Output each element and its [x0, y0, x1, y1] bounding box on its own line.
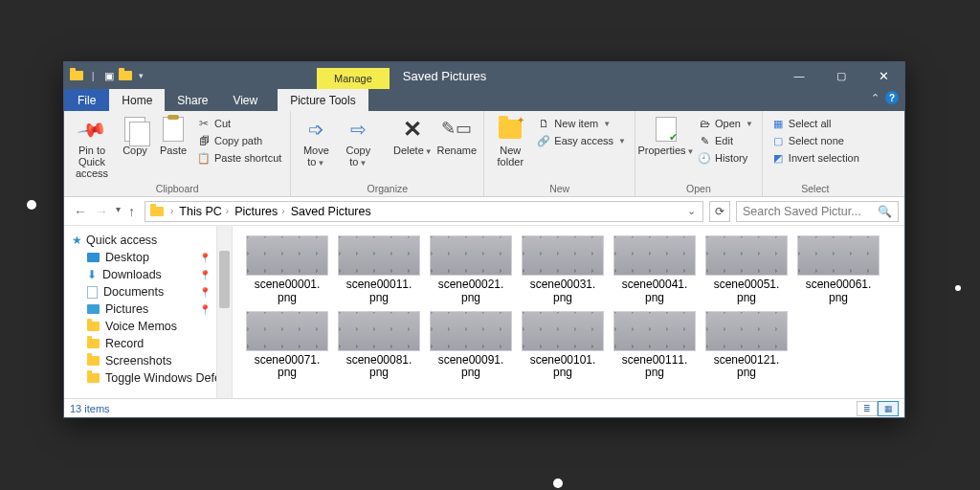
file-item[interactable]: scene00001.png	[244, 235, 330, 305]
easy-access-button[interactable]: 🔗Easy access▼	[534, 133, 629, 148]
refresh-button[interactable]: ⟳	[709, 201, 730, 222]
contextual-tab-group: Manage	[317, 62, 390, 89]
sidebar-item-desktop[interactable]: Desktop📍	[72, 249, 230, 266]
details-view-button[interactable]: ≣	[857, 401, 878, 416]
file-item[interactable]: scene00061.png	[795, 235, 881, 305]
chevron-right-icon[interactable]: ›	[170, 206, 173, 216]
file-item[interactable]: scene00091.png	[428, 311, 514, 381]
delete-button[interactable]: ✕ Delete▼	[393, 114, 432, 157]
tab-file[interactable]: File	[64, 89, 109, 111]
sidebar-item-toggle-defender[interactable]: Toggle Windows Defe	[72, 369, 230, 387]
file-item[interactable]: scene00081.png	[336, 311, 422, 381]
window-title: Saved Pictures	[390, 62, 778, 89]
edit-button[interactable]: ✎Edit	[695, 133, 756, 148]
file-item[interactable]: scene00021.png	[428, 235, 514, 305]
back-button[interactable]: ←	[74, 204, 87, 219]
folder-icon	[70, 68, 84, 83]
decor-dot	[553, 479, 563, 488]
paste-shortcut-button[interactable]: 📋Paste shortcut	[194, 150, 284, 166]
move-to-button[interactable]: ➩ Move to▼	[297, 114, 335, 168]
pictures-icon	[87, 304, 100, 314]
scrollbar-thumb[interactable]	[219, 251, 230, 308]
new-folder-icon	[499, 120, 522, 139]
search-icon: 🔍	[878, 205, 892, 218]
address-bar[interactable]: › This PC › Pictures › Saved Pictures ⌄	[145, 201, 703, 222]
forward-button[interactable]: →	[95, 204, 108, 219]
copy-to-icon: ⇨	[350, 119, 367, 140]
new-item-button[interactable]: 🗋New item▼	[534, 116, 629, 131]
chevron-right-icon[interactable]: ›	[226, 206, 229, 216]
ribbon-group-organize: ➩ Move to▼ ⇨ Copy to▼ ✕ Delete▼ ✎▭ Renam…	[291, 111, 484, 196]
scrollbar[interactable]	[216, 226, 232, 398]
ribbon-group-open: Properties▼ 🗁Open▼ ✎Edit 🕘History Open	[635, 111, 763, 196]
qat-dropdown-icon[interactable]: ▾	[134, 68, 148, 83]
pin-icon: 📌	[76, 114, 107, 145]
paste-label: Paste	[160, 145, 187, 156]
file-item[interactable]: scene00071.png	[244, 311, 330, 381]
file-item[interactable]: scene00051.png	[703, 235, 790, 305]
invert-selection-button[interactable]: ◩Invert selection	[768, 150, 862, 166]
thumbnails-view-button[interactable]: ▦	[878, 401, 899, 416]
paste-button[interactable]: Paste	[156, 114, 190, 156]
help-icon[interactable]: ?	[885, 91, 899, 104]
tab-view[interactable]: View	[220, 89, 270, 111]
tab-share[interactable]: Share	[165, 89, 220, 111]
collapse-ribbon-icon[interactable]: ⌃	[871, 92, 880, 104]
group-label-select: Select	[768, 183, 862, 196]
cut-button[interactable]: ✂Cut	[194, 116, 284, 131]
copy-to-button[interactable]: ⇨ Copy to▼	[339, 114, 377, 168]
sidebar-item-voice-memos[interactable]: Voice Memos	[72, 318, 230, 335]
chevron-right-icon[interactable]: ›	[281, 206, 284, 216]
folder-icon	[87, 373, 100, 383]
tab-picture-tools[interactable]: Picture Tools	[278, 89, 368, 111]
paste-icon	[163, 117, 184, 142]
select-all-button[interactable]: ▦Select all	[768, 116, 862, 131]
address-dropdown-icon[interactable]: ⌄	[687, 205, 696, 217]
select-none-icon: ▢	[771, 134, 785, 147]
properties-icon[interactable]: ▣	[102, 68, 117, 83]
recent-locations-button[interactable]: ▾	[116, 204, 121, 219]
ribbon-group-select: ▦Select all ▢Select none ◩Invert selecti…	[763, 111, 868, 196]
sidebar-item-record[interactable]: Record	[72, 335, 230, 352]
history-button[interactable]: 🕘History	[695, 150, 756, 166]
paste-shortcut-icon: 📋	[197, 151, 211, 165]
close-button[interactable]: ✕	[862, 62, 904, 89]
copy-icon	[124, 117, 145, 142]
easy-access-icon: 🔗	[537, 134, 550, 147]
tab-home[interactable]: Home	[109, 89, 165, 111]
properties-button[interactable]: Properties▼	[641, 114, 691, 157]
open-button[interactable]: 🗁Open▼	[695, 116, 756, 131]
pin-quick-access-button[interactable]: 📌 Pin to Quick access	[70, 114, 114, 179]
file-name: scene00061.png	[806, 278, 872, 305]
open-icon: 🗁	[698, 117, 711, 130]
folder-icon[interactable]	[118, 68, 132, 83]
ribbon: 📌 Pin to Quick access Copy Paste ✂Cut 🗐C…	[64, 111, 904, 197]
rename-icon: ✎▭	[441, 120, 472, 139]
copy-path-button[interactable]: 🗐Copy path	[194, 133, 284, 148]
search-input[interactable]: Search Saved Pictur... 🔍	[736, 201, 899, 222]
copy-button[interactable]: Copy	[118, 114, 152, 156]
file-item[interactable]: scene00121.png	[703, 311, 790, 381]
minimize-button[interactable]: —	[778, 62, 820, 89]
select-none-button[interactable]: ▢Select none	[768, 133, 862, 148]
pin-label: Pin to Quick access	[70, 145, 114, 179]
sidebar-item-pictures[interactable]: Pictures📍	[72, 301, 230, 318]
edit-icon: ✎	[698, 134, 711, 147]
quick-access-header[interactable]: ★ Quick access	[72, 232, 230, 249]
file-thumbnail	[338, 311, 420, 351]
file-item[interactable]: scene00031.png	[520, 235, 606, 305]
sidebar-item-documents[interactable]: Documents📍	[72, 283, 230, 301]
sidebar-item-downloads[interactable]: ⬇Downloads📍	[72, 266, 230, 283]
file-item[interactable]: scene00111.png	[612, 311, 698, 381]
maximize-button[interactable]: ▢	[820, 62, 862, 89]
rename-button[interactable]: ✎▭ Rename	[435, 114, 478, 156]
file-item[interactable]: scene00041.png	[612, 235, 698, 305]
file-item[interactable]: scene00011.png	[336, 235, 422, 305]
files-view[interactable]: scene00001.pngscene00011.pngscene00021.p…	[233, 226, 904, 398]
up-button[interactable]: ↑	[128, 204, 135, 219]
file-item[interactable]: scene00101.png	[520, 311, 606, 381]
sidebar-item-screenshots[interactable]: Screenshots	[72, 352, 230, 369]
file-name: scene00081.png	[346, 354, 412, 381]
new-folder-button[interactable]: New folder	[490, 114, 530, 167]
delete-icon: ✕	[403, 117, 422, 142]
